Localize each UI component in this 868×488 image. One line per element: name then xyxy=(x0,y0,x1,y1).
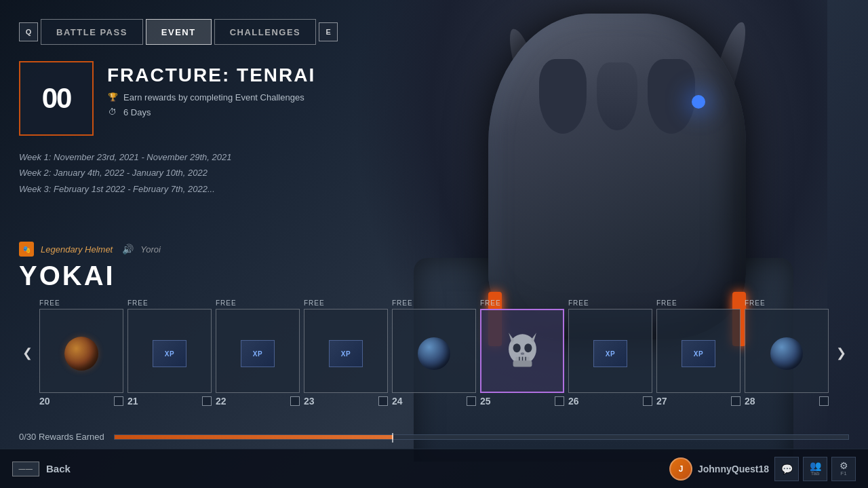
event-icon: 00 xyxy=(19,61,94,136)
item-checkbox-24[interactable] xyxy=(467,396,476,406)
item-box-28[interactable] xyxy=(745,309,829,393)
progress-tick xyxy=(392,433,393,443)
item-icon-22: XP xyxy=(233,329,282,378)
bottom-bar: —— Back J JohnnyQuest18 💬 👥 Tab ⚙ F1 xyxy=(0,449,868,488)
item-number-26: 26 xyxy=(568,396,579,407)
event-info: 00 FRACTURE: TENRAI 🏆 Earn rewards by co… xyxy=(19,61,412,197)
xp-pack-27: XP xyxy=(682,340,715,367)
item-checkbox-20[interactable] xyxy=(114,396,123,406)
reward-sound-text: Yoroi xyxy=(140,244,161,255)
item-box-24[interactable] xyxy=(392,309,476,393)
item-free-label-27: FREE xyxy=(656,299,677,307)
tab-challenges[interactable]: CHALLENGES xyxy=(214,19,317,45)
top-navigation: Q BATTLE PASS EVENT CHALLENGES E xyxy=(19,19,338,45)
item-icon-21: XP xyxy=(144,329,194,378)
item-number-row-25: 25 xyxy=(480,396,564,407)
carousel-next[interactable]: ❯ xyxy=(833,345,849,361)
item-box-21[interactable]: XP xyxy=(127,309,212,393)
people-key: Tab xyxy=(811,471,820,476)
reward-item-27: FREE XP 27 xyxy=(656,299,741,407)
item-free-label-24: FREE xyxy=(392,299,413,307)
items-list: FREE 20 FREE X xyxy=(39,299,829,407)
carousel-prev[interactable]: ❮ xyxy=(19,345,35,361)
item-icon-28 xyxy=(762,329,811,378)
item-box-20[interactable] xyxy=(39,309,123,393)
svg-point-3 xyxy=(513,343,520,352)
item-free-label-26: FREE xyxy=(568,299,589,307)
item-number-27: 27 xyxy=(656,396,667,407)
week-2: Week 2: January 4th, 2022 - January 10th… xyxy=(19,165,412,181)
item-free-label-21: FREE xyxy=(127,299,149,307)
item-number-row-28: 28 xyxy=(745,396,829,407)
svg-rect-10 xyxy=(513,360,532,367)
event-reward-detail: 🏆 Earn rewards by completing Event Chall… xyxy=(107,92,412,102)
orb-icon xyxy=(64,337,98,371)
username: JohnnyQuest18 xyxy=(698,464,769,474)
back-button[interactable]: —— Back xyxy=(12,462,71,476)
event-icon-number: 00 xyxy=(42,82,71,115)
item-box-25[interactable] xyxy=(480,309,564,393)
people-button[interactable]: 👥 Tab xyxy=(803,457,827,481)
item-checkbox-27[interactable] xyxy=(731,396,741,406)
reward-item-28: FREE 28 xyxy=(745,299,829,407)
item-checkbox-25[interactable] xyxy=(555,396,564,406)
event-reward-text: Earn rewards by completing Event Challen… xyxy=(123,92,304,102)
sound-icon: 🔊 xyxy=(122,244,134,255)
item-box-26[interactable]: XP xyxy=(568,309,652,393)
time-icon: ⏱ xyxy=(107,107,118,117)
item-free-label-22: FREE xyxy=(216,299,237,307)
item-checkbox-21[interactable] xyxy=(202,396,212,406)
item-number-25: 25 xyxy=(480,396,491,407)
people-icon: 👥 xyxy=(810,461,821,470)
back-key: —— xyxy=(12,462,39,476)
reward-label-row: 🎭 Legendary Helmet 🔊 Yoroi xyxy=(19,242,849,257)
back-label: Back xyxy=(46,463,71,474)
xp-pack-23: XP xyxy=(329,340,363,367)
reward-type-text: Legendary Helmet xyxy=(41,244,113,255)
item-checkbox-22[interactable] xyxy=(290,396,300,406)
chat-button[interactable]: 💬 xyxy=(774,457,799,481)
reward-item-21: FREE XP 21 xyxy=(127,299,212,407)
xp-pack-22: XP xyxy=(241,340,275,367)
item-checkbox-26[interactable] xyxy=(643,396,652,406)
week-1: Week 1: November 23rd, 2021 - November 2… xyxy=(19,149,412,165)
reward-name: YOKAI xyxy=(19,261,849,291)
item-free-label-25: FREE xyxy=(480,299,501,307)
progress-section: 0/30 Rewards Earned xyxy=(19,432,849,442)
progress-bar-fill xyxy=(115,435,393,439)
item-checkbox-23[interactable] xyxy=(378,396,388,406)
item-icon-20 xyxy=(56,329,106,378)
reward-item-25: FREE xyxy=(480,299,564,407)
tab-battle-pass[interactable]: BATTLE PASS xyxy=(41,19,143,45)
svg-point-4 xyxy=(524,343,532,352)
item-box-27[interactable]: XP xyxy=(656,309,741,393)
item-box-22[interactable]: XP xyxy=(216,309,300,393)
settings-key: F1 xyxy=(840,471,846,476)
settings-button[interactable]: ⚙ F1 xyxy=(831,457,856,481)
item-number-row-20: 20 xyxy=(39,396,123,407)
reward-item-20: FREE 20 xyxy=(39,299,123,407)
items-carousel: ❮ FREE 20 xyxy=(19,299,849,407)
reward-item-22: FREE XP 22 xyxy=(216,299,300,407)
xp-pack-26: XP xyxy=(593,340,627,367)
bottom-icons: 💬 👥 Tab ⚙ F1 xyxy=(774,457,856,481)
xp-pack-21: XP xyxy=(153,340,186,367)
item-checkbox-28[interactable] xyxy=(819,396,829,406)
item-icon-26: XP xyxy=(585,329,635,378)
right-key[interactable]: E xyxy=(319,22,338,41)
item-number-row-24: 24 xyxy=(392,396,476,407)
progress-label: 0/30 Rewards Earned xyxy=(19,432,104,442)
item-number-row-23: 23 xyxy=(304,396,388,407)
tab-event[interactable]: EVENT xyxy=(146,19,212,45)
item-number-row-26: 26 xyxy=(568,396,652,407)
reward-item-23: FREE XP 23 xyxy=(304,299,388,407)
reward-section: 🎭 Legendary Helmet 🔊 Yoroi YOKAI ❮ FREE xyxy=(19,242,849,407)
item-icon-27: XP xyxy=(673,329,723,378)
left-key[interactable]: Q xyxy=(19,22,38,41)
reward-item-26: FREE XP 26 xyxy=(568,299,652,407)
item-number-row-27: 27 xyxy=(656,396,741,407)
sphere-24 xyxy=(418,337,450,370)
reward-icon: 🏆 xyxy=(107,92,118,102)
item-box-23[interactable]: XP xyxy=(304,309,388,393)
item-icon-24 xyxy=(409,329,458,378)
